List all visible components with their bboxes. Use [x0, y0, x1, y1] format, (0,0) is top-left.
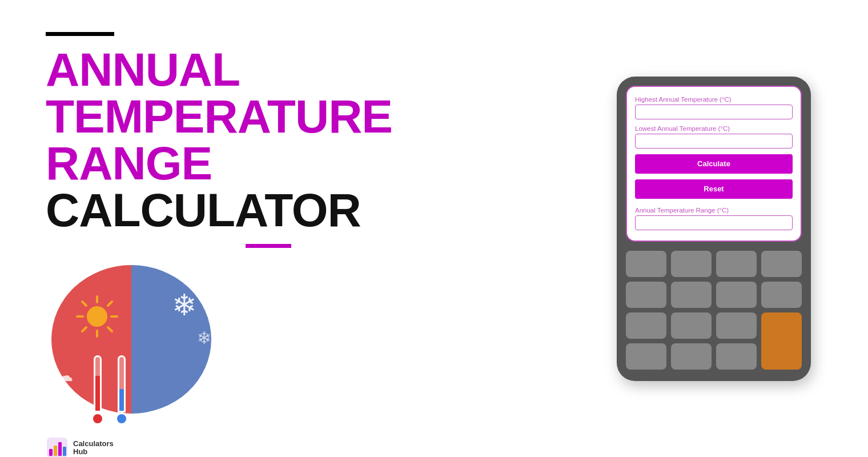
key-3[interactable] — [716, 251, 757, 277]
reset-button[interactable]: Reset — [635, 179, 793, 199]
result-label: Annual Temperature Range (°C) — [635, 207, 793, 214]
top-decorative-bar — [46, 32, 114, 36]
svg-line-6 — [108, 302, 112, 306]
result-input[interactable] — [635, 215, 793, 230]
key-5[interactable] — [626, 282, 666, 308]
result-field: Annual Temperature Range (°C) — [635, 205, 793, 230]
cloud-icon: ☁ — [57, 366, 73, 385]
key-6[interactable] — [671, 282, 712, 308]
cold-fill — [119, 389, 124, 411]
key-14[interactable] — [716, 343, 757, 370]
title-annual: ANNUAL — [46, 46, 240, 93]
key-7[interactable] — [716, 282, 757, 308]
svg-line-4 — [82, 302, 86, 306]
snowflake-large-icon: ❄ — [172, 288, 197, 322]
key-13[interactable] — [671, 343, 712, 370]
hot-fill — [95, 376, 100, 411]
key-8[interactable] — [761, 282, 802, 308]
lowest-temp-input[interactable] — [635, 134, 793, 149]
svg-line-5 — [108, 327, 112, 331]
hot-thermometer-tube — [94, 355, 102, 412]
key-12[interactable] — [626, 343, 666, 370]
hot-thermometer — [91, 355, 104, 425]
key-9[interactable] — [626, 312, 666, 339]
sun-icon — [74, 294, 120, 339]
mid-decorative-bar — [246, 244, 291, 248]
key-4[interactable] — [761, 251, 802, 277]
thermometers — [91, 355, 128, 425]
calculate-button[interactable]: Calculate — [635, 154, 793, 174]
illustration: ❄ ❄ ☁ — [46, 265, 228, 425]
title-temperature-range: TEMPERATURE RANGE — [46, 93, 400, 187]
highest-temp-field: Highest Annual Temperature (°C) — [635, 96, 793, 119]
calculator-screen: Highest Annual Temperature (°C) Lowest A… — [626, 86, 802, 242]
svg-point-8 — [87, 306, 107, 327]
key-2[interactable] — [671, 251, 712, 277]
svg-line-7 — [82, 327, 86, 331]
title-calculator: CALCULATOR — [46, 187, 361, 234]
key-orange[interactable] — [761, 312, 802, 370]
right-section: Highest Annual Temperature (°C) Lowest A… — [605, 77, 822, 381]
cold-thermometer-bulb — [115, 412, 128, 425]
left-section: ANNUAL TEMPERATURE RANGE CALCULATOR — [46, 32, 400, 425]
svg-rect-10 — [49, 449, 53, 456]
calculator-device: Highest Annual Temperature (°C) Lowest A… — [617, 77, 811, 381]
snowflake-small-icon: ❄ — [197, 328, 211, 348]
logo: Calculators Hub — [46, 436, 114, 457]
hot-thermometer-bulb — [91, 412, 104, 425]
key-11[interactable] — [716, 312, 757, 339]
svg-rect-13 — [63, 447, 66, 456]
lowest-temp-field: Lowest Annual Temperature (°C) — [635, 125, 793, 149]
logo-text: Calculators Hub — [73, 440, 114, 456]
highest-temp-label: Highest Annual Temperature (°C) — [635, 96, 793, 103]
keypad — [626, 248, 802, 372]
logo-icon — [46, 436, 69, 457]
svg-rect-12 — [58, 442, 62, 456]
highest-temp-input[interactable] — [635, 105, 793, 119]
lowest-temp-label: Lowest Annual Temperature (°C) — [635, 125, 793, 132]
cold-thermometer-tube — [118, 355, 126, 412]
svg-rect-11 — [54, 446, 57, 456]
climate-circle — [51, 265, 211, 414]
key-1[interactable] — [626, 251, 666, 277]
key-10[interactable] — [671, 312, 712, 339]
cold-thermometer — [115, 355, 128, 425]
